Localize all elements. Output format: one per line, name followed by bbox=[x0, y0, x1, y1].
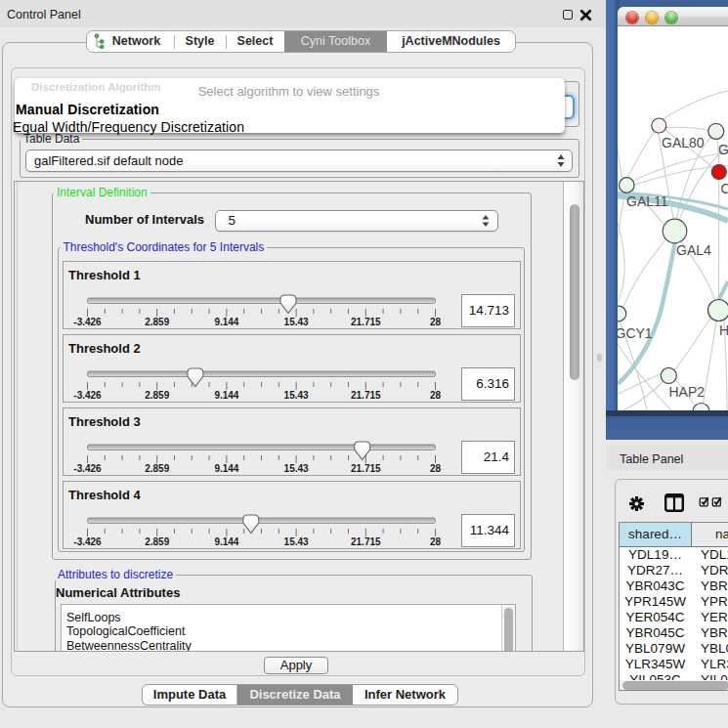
svg-text:C: C bbox=[721, 181, 728, 196]
svg-text:28: 28 bbox=[429, 463, 441, 474]
svg-text:15.43: 15.43 bbox=[283, 390, 308, 401]
svg-text:2.859: 2.859 bbox=[145, 463, 169, 474]
svg-text:H: H bbox=[719, 322, 728, 338]
svg-text:-3.426: -3.426 bbox=[73, 536, 102, 547]
svg-text:28: 28 bbox=[429, 390, 441, 401]
svg-text:15.43: 15.43 bbox=[283, 317, 308, 327]
svg-text:21.715: 21.715 bbox=[351, 463, 381, 474]
svg-text:21.715: 21.715 bbox=[351, 536, 381, 547]
svg-text:9.144: 9.144 bbox=[214, 390, 238, 401]
svg-text:2.859: 2.859 bbox=[145, 536, 169, 547]
svg-text:9.144: 9.144 bbox=[214, 463, 238, 474]
svg-text:21.715: 21.715 bbox=[351, 390, 381, 401]
svg-text:GCY1: GCY1 bbox=[618, 325, 653, 341]
svg-text:21.715: 21.715 bbox=[351, 317, 381, 327]
svg-text:-3.426: -3.426 bbox=[73, 390, 102, 401]
svg-text:15.43: 15.43 bbox=[283, 536, 308, 547]
svg-text:2.859: 2.859 bbox=[145, 390, 169, 401]
svg-text:15.43: 15.43 bbox=[283, 463, 308, 474]
svg-text:-3.426: -3.426 bbox=[73, 317, 102, 327]
svg-text:GAL11: GAL11 bbox=[626, 193, 668, 209]
svg-text:GAL4: GAL4 bbox=[676, 242, 711, 258]
svg-text:28: 28 bbox=[429, 317, 441, 327]
svg-text:HAP2: HAP2 bbox=[669, 384, 706, 400]
svg-text:GA: GA bbox=[718, 142, 728, 157]
svg-text:9.144: 9.144 bbox=[214, 536, 238, 547]
svg-text:9.144: 9.144 bbox=[214, 317, 238, 327]
svg-text:GAL80: GAL80 bbox=[662, 135, 705, 150]
svg-text:28: 28 bbox=[429, 536, 441, 547]
svg-text:2.859: 2.859 bbox=[145, 317, 169, 327]
svg-text:-3.426: -3.426 bbox=[73, 463, 102, 474]
